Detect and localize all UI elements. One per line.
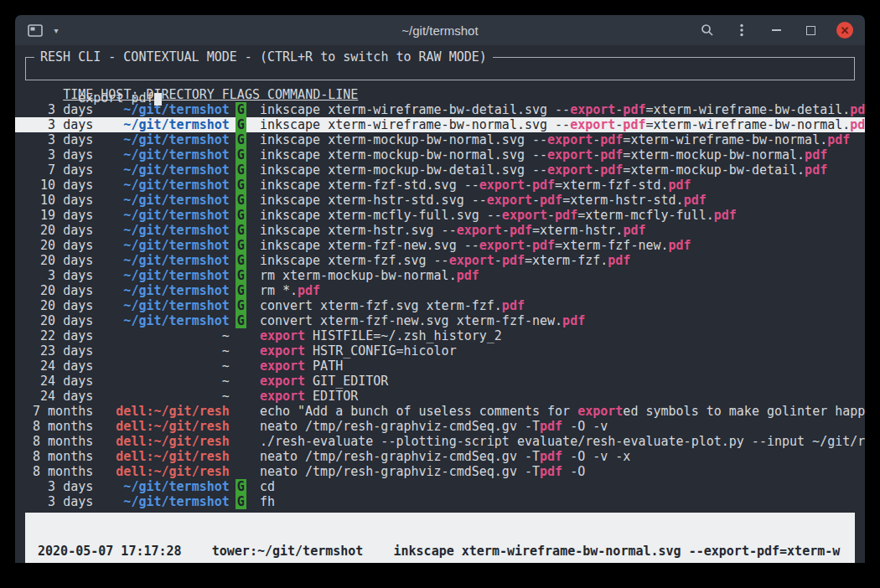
row-host-directory: ~/git/termshot <box>108 162 229 178</box>
row-host-directory: ~/git/termshot <box>108 253 229 268</box>
terminal-window: ▾ ~/git/termshot <box>15 15 865 563</box>
history-row[interactable]: 24 days~export GIT_EDITOR <box>15 374 865 389</box>
row-host-directory: dell:~/git/resh <box>108 404 229 419</box>
row-flags: G <box>236 223 246 238</box>
row-command: export HISTFILE=~/.zsh_history_2 <box>260 328 502 343</box>
search-frame-title: RESH CLI - CONTEXTUAL MODE - (CTRL+R to … <box>34 49 493 64</box>
row-host-directory: dell:~/git/resh <box>108 419 229 434</box>
row-time: 23 days <box>25 343 93 358</box>
history-row[interactable]: 3 days~/git/termshotGinkscape xterm-mock… <box>15 132 865 147</box>
row-host-directory: ~ <box>108 343 229 358</box>
row-time: 7 days <box>25 162 93 178</box>
minimize-button[interactable] <box>768 22 784 39</box>
row-host-directory: ~/git/termshot <box>108 283 229 298</box>
detail-line-1: 2020-05-07 17:17:28 tower:~/git/termshot… <box>30 544 850 559</box>
row-command: inkscape xterm-mockup-bw-normal.svg --ex… <box>260 147 827 162</box>
history-row[interactable]: 8 monthsdell:~/git/reshneato /tmp/resh-g… <box>15 464 865 479</box>
row-host-directory: ~/git/termshot <box>108 147 229 162</box>
search-input[interactable]: export pdf <box>78 90 161 106</box>
history-row[interactable]: 22 days~export HISTFILE=~/.zsh_history_2 <box>15 328 865 343</box>
history-row[interactable]: 3 days~/git/termshotGrm xterm-mockup-bw-… <box>15 268 865 283</box>
row-flags: G <box>236 162 246 178</box>
row-command: convert xterm-fzf.svg xterm-fzf.pdf <box>260 298 525 313</box>
row-command: fh <box>260 494 275 509</box>
row-host-directory: ~/git/termshot <box>108 494 229 509</box>
row-flags: G <box>236 132 246 147</box>
history-row[interactable]: 3 days~/git/termshotGcd <box>15 479 865 494</box>
row-flags: G <box>236 238 246 253</box>
row-command: inkscape xterm-fzf-std.svg --export-pdf=… <box>260 178 691 193</box>
search-frame: RESH CLI - CONTEXTUAL MODE - (CTRL+R to … <box>25 57 855 80</box>
history-row[interactable]: 23 days~export HSTR_CONFIG=hicolor <box>15 343 865 358</box>
row-time: 20 days <box>25 253 93 268</box>
search-query-text: export pdf <box>78 90 153 106</box>
terminal-content: RESH CLI - CONTEXTUAL MODE - (CTRL+R to … <box>15 45 865 563</box>
menu-button[interactable] <box>733 22 750 39</box>
restore-button[interactable] <box>802 22 819 39</box>
row-time: 8 months <box>25 419 93 434</box>
history-row[interactable]: 3 days~/git/termshotGinkscape xterm-mock… <box>15 147 865 162</box>
history-row[interactable]: 7 days~/git/termshotGinkscape xterm-mock… <box>15 162 865 178</box>
history-row[interactable]: 19 days~/git/termshotGinkscape xterm-mcf… <box>15 208 865 223</box>
row-time: 24 days <box>25 358 93 374</box>
row-command: inkscape xterm-fzf-new.svg --export-pdf=… <box>260 238 691 253</box>
history-row[interactable]: 8 monthsdell:~/git/reshneato /tmp/resh-g… <box>15 449 865 464</box>
row-host-directory: ~/git/termshot <box>108 268 229 283</box>
menu-kebab-icon <box>740 23 743 37</box>
row-host-directory: ~/git/termshot <box>108 117 229 132</box>
row-host-directory: ~/git/termshot <box>108 193 229 208</box>
row-command: inkscape xterm-wireframe-bw-normal.svg -… <box>260 117 865 132</box>
row-host-directory: dell:~/git/resh <box>108 464 229 479</box>
row-host-directory: ~ <box>108 328 229 343</box>
row-time: 24 days <box>25 374 93 389</box>
row-command: neato /tmp/resh-graphviz-cmdSeq.gv -Tpdf… <box>260 449 631 464</box>
new-terminal-button[interactable] <box>27 22 44 39</box>
row-host-directory: ~/git/termshot <box>108 238 229 253</box>
row-time: 20 days <box>25 223 93 238</box>
history-row[interactable]: 24 days~export EDITOR <box>15 389 865 404</box>
row-flags: G <box>236 313 246 328</box>
titlebar-right-controls: ✕ <box>694 22 853 39</box>
history-row[interactable]: 3 days~/git/termshotGinkscape xterm-wire… <box>15 117 865 132</box>
history-row[interactable]: 20 days~/git/termshotGinkscape xterm-fzf… <box>15 238 865 253</box>
row-command: ./resh-evaluate --plotting-script evalua… <box>260 434 865 449</box>
row-time: 3 days <box>25 494 93 509</box>
row-flags: G <box>236 298 246 313</box>
history-row[interactable]: 20 days~/git/termshotGinkscape xterm-hst… <box>15 223 865 238</box>
row-command: neato /tmp/resh-graphviz-cmdSeq.gv -Tpdf… <box>260 419 608 434</box>
history-row[interactable]: 20 days~/git/termshotGrm *.pdf <box>15 283 865 298</box>
row-time: 3 days <box>25 147 93 162</box>
history-row[interactable]: 8 monthsdell:~/git/reshneato /tmp/resh-g… <box>15 419 865 434</box>
history-row[interactable]: 10 days~/git/termshotGinkscape xterm-hst… <box>15 193 865 208</box>
row-flags: G <box>236 479 246 494</box>
row-flags: G <box>236 178 246 193</box>
row-time: 20 days <box>25 238 93 253</box>
selected-command-detail: 2020-05-07 17:17:28 tower:~/git/termshot… <box>25 513 855 563</box>
history-row[interactable]: 20 days~/git/termshotGconvert xterm-fzf-… <box>15 313 865 328</box>
history-row[interactable]: 10 days~/git/termshotGinkscape xterm-fzf… <box>15 178 865 193</box>
history-row[interactable]: 7 monthsdell:~/git/reshecho "Add a bunch… <box>15 404 865 419</box>
history-row[interactable]: 8 monthsdell:~/git/resh./resh-evaluate -… <box>15 434 865 449</box>
row-command: inkscape xterm-hstr-std.svg --export-pdf… <box>260 193 707 208</box>
terminal-dropdown-button[interactable]: ▾ <box>48 22 65 39</box>
history-row[interactable]: 3 days~/git/termshotGfh <box>15 494 865 509</box>
row-time: 10 days <box>25 193 93 208</box>
history-row[interactable]: 20 days~/git/termshotGinkscape xterm-fzf… <box>15 253 865 268</box>
row-time: 20 days <box>25 283 93 298</box>
row-command: inkscape xterm-mockup-bw-normal.svg --ex… <box>260 132 850 147</box>
close-icon: ✕ <box>836 22 853 39</box>
close-button[interactable]: ✕ <box>836 22 853 39</box>
minimize-icon <box>772 29 781 31</box>
history-row[interactable]: 24 days~export PATH <box>15 358 865 374</box>
row-flags: G <box>236 494 246 509</box>
row-time: 3 days <box>25 132 93 147</box>
row-flags: G <box>236 283 246 298</box>
row-host-directory: ~/git/termshot <box>108 313 229 328</box>
row-command: inkscape xterm-hstr.svg --export-pdf=xte… <box>260 223 646 238</box>
search-icon <box>701 23 714 37</box>
row-time: 10 days <box>25 178 93 193</box>
search-button[interactable] <box>699 22 716 39</box>
history-row[interactable]: 20 days~/git/termshotGconvert xterm-fzf.… <box>15 298 865 313</box>
row-flags: G <box>236 147 246 162</box>
row-command: export GIT_EDITOR <box>260 374 389 389</box>
